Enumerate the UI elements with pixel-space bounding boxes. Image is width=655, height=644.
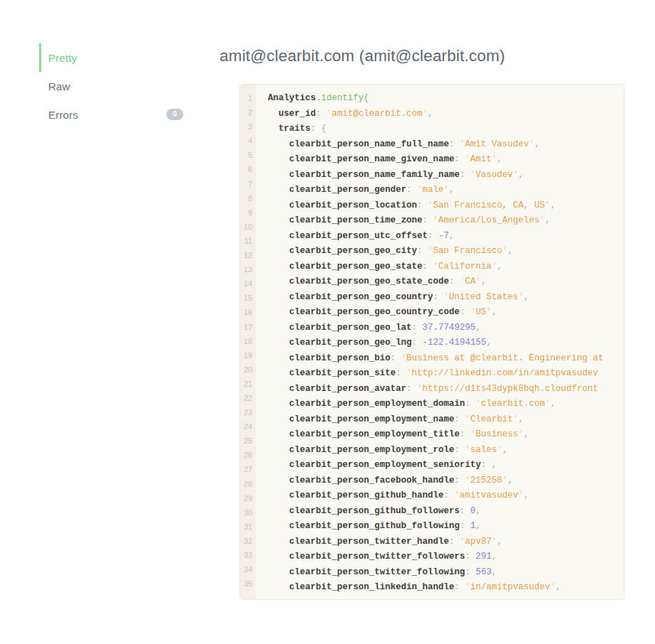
code-line: clearbit_person_geo_state: California, [268, 259, 624, 275]
code-line: clearbit_person_gender: male, [268, 183, 624, 198]
line-number: 31 [240, 520, 256, 534]
line-number: 33 [240, 548, 256, 562]
line-number: 16 [240, 305, 256, 319]
line-number: 14 [240, 277, 256, 291]
code-line: clearbit_person_employment_seniority: , [268, 458, 624, 473]
line-number: 12 [240, 248, 256, 262]
sidebar-item-label: Pretty [48, 52, 77, 64]
code-line: clearbit_person_site: http://linkedin.co… [268, 366, 624, 382]
code-line: clearbit_person_location: San Francisco,… [268, 198, 624, 214]
line-number-gutter: 1234567891011121314151617181920212223242… [240, 85, 256, 599]
code-line: clearbit_person_geo_city: San Francisco, [268, 244, 624, 259]
line-number: 21 [240, 377, 256, 391]
line-number: 26 [240, 448, 256, 462]
sidebar-item-errors[interactable]: Errors 0 [39, 100, 185, 129]
line-number: 22 [240, 391, 256, 405]
code-line: clearbit_person_bio: Business at @clearb… [268, 351, 624, 367]
code-line: clearbit_person_twitter_followers: 291, [268, 549, 624, 565]
code-panel: 1234567891011121314151617181920212223242… [239, 84, 624, 600]
line-number: 3 [240, 119, 256, 134]
sidebar-item-pretty[interactable]: Pretty [39, 43, 185, 72]
view-mode-sidebar: Pretty Raw Errors 0 [39, 43, 185, 129]
sidebar-item-label: Raw [48, 80, 70, 92]
line-number: 34 [240, 562, 256, 576]
code-line: clearbit_person_github_followers: 0, [268, 504, 624, 520]
code-line: clearbit_person_geo_lng: -122.4194155, [268, 336, 624, 351]
line-number: 24 [240, 419, 256, 434]
code-line: clearbit_person_geo_country: United Stat… [268, 290, 624, 306]
code-line: clearbit_person_twitter_handle: apv87, [268, 535, 624, 550]
line-number: 19 [240, 348, 256, 363]
code-line: clearbit_person_name_family_name: Vasude… [268, 168, 624, 183]
code-line: Analytics.identify( [268, 91, 624, 107]
code-line: clearbit_person_name_full_name: Amit Vas… [268, 137, 624, 153]
line-number: 20 [240, 363, 256, 377]
line-number: 6 [240, 162, 256, 176]
line-number: 5 [240, 148, 256, 162]
line-number: 2 [240, 105, 256, 119]
code-line: clearbit_person_time_zone: America/Los_A… [268, 213, 624, 229]
line-number: 4 [240, 134, 256, 148]
sidebar-item-label: Errors [48, 109, 78, 121]
errors-count-badge: 0 [166, 109, 183, 120]
line-number: 15 [240, 291, 256, 305]
line-number: 29 [240, 491, 256, 505]
code-line: clearbit_person_facebook_handle: 215258, [268, 473, 624, 489]
code-line: clearbit_person_geo_country_code: US, [268, 305, 624, 321]
code-line: clearbit_person_employment_role: sales, [268, 443, 624, 458]
line-number: 23 [240, 405, 256, 419]
page-title: amit@clearbit.com (amit@clearbit.com) [220, 47, 505, 65]
line-number: 17 [240, 320, 256, 334]
line-number: 35 [240, 576, 256, 591]
code-line: clearbit_person_twitter_following: 563, [268, 565, 624, 581]
line-number: 1 [240, 91, 256, 105]
line-number: 10 [240, 220, 256, 234]
line-number: 9 [240, 205, 256, 220]
code-line: clearbit_person_employment_domain: clear… [268, 397, 624, 412]
code-line: clearbit_person_employment_name: Clearbi… [268, 412, 624, 428]
line-number: 8 [240, 191, 256, 205]
code-line: clearbit_person_utc_offset: -7, [268, 229, 624, 245]
code-line: clearbit_person_github_handle: amitvasud… [268, 488, 624, 504]
code-line: clearbit_person_avatar: https://d1ts43dy… [268, 382, 624, 397]
code-line: traits: { [268, 122, 624, 137]
line-number: 32 [240, 534, 256, 548]
line-number: 30 [240, 505, 256, 520]
line-number: 28 [240, 477, 256, 491]
code-line: clearbit_person_geo_state_code: CA, [268, 274, 624, 290]
code-block: Analytics.identify( user_id: amit@clearb… [256, 85, 624, 599]
code-line: clearbit_person_name_given_name: Amit, [268, 152, 624, 168]
sidebar-item-raw[interactable]: Raw [39, 72, 185, 100]
code-line: clearbit_person_geo_lat: 37.7749295, [268, 321, 624, 336]
line-number: 13 [240, 262, 256, 277]
code-line: user_id: amit@clearbit.com, [268, 107, 624, 122]
code-line: clearbit_person_github_following: 1, [268, 519, 624, 535]
code-line: clearbit_person_linkedin_handle: in/amit… [268, 580, 624, 596]
line-number: 25 [240, 434, 256, 448]
line-number: 18 [240, 334, 256, 348]
line-number: 11 [240, 234, 256, 248]
code-line: clearbit_person_employment_title: Busine… [268, 427, 624, 443]
line-number: 27 [240, 462, 256, 476]
line-number: 7 [240, 177, 256, 191]
